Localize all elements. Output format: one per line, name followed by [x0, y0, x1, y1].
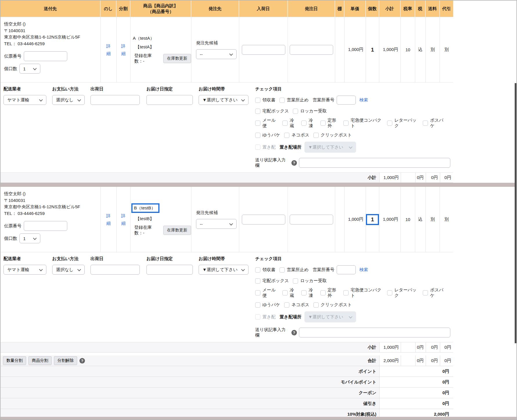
col-header-order-date: 発注日 — [288, 1, 335, 17]
ship-date-input[interactable] — [90, 95, 140, 105]
question-icon[interactable]: ? — [291, 330, 297, 335]
summary-row-value: 0円 — [379, 398, 453, 409]
stock-update-button[interactable]: 在庫数更新 — [163, 54, 191, 63]
option-checkbox[interactable] — [280, 98, 285, 103]
check-items-label: チェック項目 — [255, 256, 282, 261]
option-checkbox[interactable] — [255, 98, 260, 103]
search-link[interactable]: 検索 — [359, 267, 368, 273]
option-checkbox[interactable] — [293, 109, 298, 114]
option-checkbox-label: 冷蔵 — [290, 118, 297, 129]
order-date-input[interactable] — [290, 45, 333, 55]
split-cell: 詳細 — [117, 17, 130, 82]
arrival-date-input[interactable] — [242, 45, 285, 55]
tax-rate-cell: 10 — [401, 17, 415, 82]
option-checkbox[interactable] — [313, 302, 319, 308]
option-checkbox[interactable] — [301, 290, 306, 295]
invoice-note-input[interactable] — [299, 328, 450, 337]
stock-update-button[interactable]: 在庫数更新 — [163, 226, 191, 235]
split-detail-link[interactable]: 詳細 — [121, 42, 126, 57]
payment-method-select[interactable]: 選択なし — [52, 265, 85, 275]
product-cell: B（testB） 【testB】 登録在庫数：- 在庫数更新 — [130, 187, 191, 252]
option-checkbox[interactable] — [423, 120, 428, 126]
option-checkbox[interactable] — [255, 267, 260, 273]
option-checkbox[interactable] — [255, 290, 260, 295]
invoice-note-input[interactable] — [299, 158, 450, 168]
subtotal-cell: 1,000円 — [379, 187, 401, 252]
option-checkbox[interactable] — [313, 133, 319, 138]
vertical-scrollbar[interactable] — [515, 83, 516, 343]
option-checkbox[interactable] — [255, 120, 260, 126]
option-checkbox-item: メール便 — [255, 287, 278, 298]
slip-number-input[interactable] — [24, 221, 67, 231]
subtotal-amount: 1,000円 — [379, 342, 401, 353]
order-date-cell — [288, 17, 335, 82]
office-number-input[interactable] — [337, 96, 356, 105]
option-checkbox[interactable] — [284, 133, 289, 138]
option-checkbox[interactable] — [284, 302, 289, 308]
option-checkbox[interactable] — [343, 290, 349, 295]
recipient-tel: TEL： 03-4446-6259 — [4, 210, 45, 217]
stock-count-label: 登録在庫数：- — [134, 53, 161, 64]
option-checkbox[interactable] — [301, 120, 306, 126]
subtotal-tax: 0円 — [415, 173, 426, 183]
option-checkbox[interactable] — [387, 290, 392, 295]
noshi-detail-link[interactable]: 詳細 — [106, 42, 111, 57]
search-link[interactable]: 検索 — [359, 97, 368, 103]
tax-rate-cell: 10 — [401, 187, 415, 252]
carrier-select[interactable]: ヤマト運輸 — [3, 95, 46, 105]
delivery-time-select[interactable]: ▼選択して下さい — [199, 95, 248, 105]
quantity-split-button[interactable]: 数量分割 — [3, 356, 26, 365]
option-checkbox-item: ロッカー受取 — [293, 278, 326, 284]
question-icon[interactable]: ? — [291, 160, 297, 166]
option-checkbox[interactable] — [387, 120, 392, 126]
okihai-checkbox[interactable] — [255, 145, 260, 150]
split-detail-link[interactable]: 詳細 — [121, 212, 126, 227]
summary-row-value: 0円 — [379, 377, 453, 388]
delivery-date-input[interactable] — [146, 95, 193, 105]
summary-row-value: 0円 — [379, 388, 453, 398]
carrier-select[interactable]: ヤマト運輸 — [3, 265, 46, 275]
delivery-date-input[interactable] — [146, 265, 193, 275]
order-date-input[interactable] — [290, 215, 333, 224]
office-number-input[interactable] — [337, 265, 356, 274]
split-cancel-button[interactable]: 分割解除 — [54, 356, 77, 365]
quantity-value: 1 — [366, 214, 379, 225]
option-checkbox[interactable] — [255, 302, 260, 308]
option-checkbox[interactable] — [255, 278, 260, 284]
option-checkbox[interactable] — [280, 267, 285, 273]
ship-date-input[interactable] — [90, 265, 140, 275]
product-split-button[interactable]: 商品分割 — [28, 356, 52, 365]
cod-type-cell: 別 — [440, 17, 453, 82]
option-checkbox-label: メール便 — [262, 118, 278, 129]
check-items-section: チェック項目 領収書営業所止め 営業所番号 検索 宅配ボックスロッカー受取 メー… — [255, 86, 450, 172]
supplier-select[interactable]: -- — [196, 219, 237, 229]
option-checkbox[interactable] — [255, 133, 260, 138]
option-checkbox[interactable] — [320, 290, 326, 295]
option-checkbox-label: 領収書 — [262, 97, 275, 103]
okihai-checkbox[interactable] — [255, 314, 260, 319]
summary-row: 値引き 0円 — [1, 398, 453, 409]
option-checkbox[interactable] — [282, 290, 288, 295]
recipient-name: 悟空太郎 () — [4, 191, 26, 197]
noshi-detail-link[interactable]: 詳細 — [106, 212, 111, 227]
parcel-count-select[interactable]: 1 — [19, 233, 40, 243]
payment-method-select[interactable]: 選択なし — [52, 95, 85, 105]
subtotal-cod: 0円 — [440, 342, 453, 353]
supplier-select[interactable]: -- — [196, 49, 237, 59]
option-checkbox[interactable] — [255, 109, 260, 114]
option-checkbox[interactable] — [343, 120, 349, 126]
question-icon[interactable]: ? — [79, 358, 85, 364]
option-checkbox-item: ゆうパケ — [255, 302, 280, 308]
delivery-time-select[interactable]: ▼選択して下さい — [199, 265, 248, 275]
option-checkbox[interactable] — [320, 120, 326, 126]
option-checkbox[interactable] — [282, 120, 288, 126]
parcel-count-select[interactable]: 1 — [19, 64, 40, 74]
option-checkbox-item: 定形外 — [320, 118, 339, 129]
option-checkbox-label: レターパック — [394, 118, 419, 129]
quantity-cell: 1 — [366, 187, 379, 252]
slip-number-input[interactable] — [24, 51, 67, 61]
shipping-type-cell: 別 — [426, 187, 440, 252]
arrival-date-input[interactable] — [242, 215, 285, 224]
option-checkbox[interactable] — [423, 290, 428, 295]
option-checkbox[interactable] — [293, 278, 298, 284]
